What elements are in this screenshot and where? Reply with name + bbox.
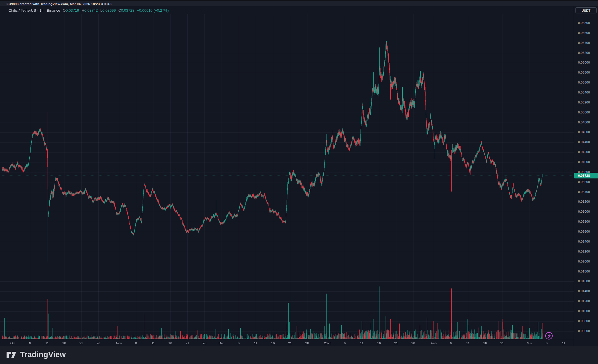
symbol-title: Chiliz / TetherUS · 1h · Binance bbox=[9, 8, 60, 13]
time-axis-label: 16 bbox=[56, 341, 72, 345]
time-axis-label: 6 bbox=[337, 341, 353, 345]
lightning-icon bbox=[547, 334, 551, 338]
time-axis-label: 16 bbox=[162, 341, 178, 345]
time-axis-label: 11 bbox=[354, 341, 370, 345]
time-axis-label: 26 bbox=[405, 341, 421, 345]
time-axis-label: 16 bbox=[265, 341, 281, 345]
footer-bar: TradingView bbox=[0, 346, 598, 364]
ohlc-pair: O0.03719 bbox=[63, 8, 79, 13]
time-axis-label: 21 bbox=[282, 341, 298, 345]
time-axis-label: 6 bbox=[231, 341, 247, 345]
price-axis-label: 0.06200 bbox=[578, 51, 596, 54]
price-axis-label: 0.03200 bbox=[578, 200, 596, 203]
chart-panel: Chiliz / TetherUS · 1h · Binance O0.0371… bbox=[0, 6, 598, 346]
time-axis-label: 21 bbox=[388, 341, 404, 345]
price-axis-label: 0.01800 bbox=[578, 270, 596, 273]
tradingview-mark-icon bbox=[6, 351, 17, 359]
price-axis-label: 0.03000 bbox=[578, 210, 596, 213]
tradingview-snapshot: FU9898 created with TradingView.com, Mar… bbox=[0, 0, 598, 364]
price-axis-label: 0.05800 bbox=[578, 71, 596, 74]
time-axis-label: 6 bbox=[22, 341, 38, 345]
ohlc-pair: L0.03699 bbox=[100, 8, 116, 13]
last-price-tag: 0.03728 bbox=[574, 173, 598, 178]
price-axis-label: 0.03400 bbox=[578, 190, 596, 194]
price-axis-label: 0.01600 bbox=[578, 279, 596, 283]
time-axis-label: 11 bbox=[248, 341, 264, 345]
chart-legend[interactable]: Chiliz / TetherUS · 1h · Binance O0.0371… bbox=[9, 8, 169, 13]
time-axis-label: 16 bbox=[371, 341, 387, 345]
time-axis-label: 6 bbox=[128, 341, 144, 345]
price-axis-label: 0.06000 bbox=[578, 61, 596, 64]
price-axis-label: 0.05400 bbox=[578, 91, 596, 94]
price-axis-label: 0.02200 bbox=[578, 250, 596, 253]
chart-canvas[interactable] bbox=[0, 6, 574, 346]
price-axis-label: 0.04400 bbox=[578, 140, 596, 144]
time-axis-label: Dec bbox=[214, 341, 230, 345]
price-axis-label: 0.06800 bbox=[578, 21, 596, 25]
lightning-badge[interactable] bbox=[545, 332, 553, 339]
price-axis-label: 0.02600 bbox=[578, 230, 596, 233]
ohlc-pair: H0.03742 bbox=[82, 8, 98, 13]
time-axis-label: 11 bbox=[556, 341, 572, 345]
price-axis-label: 0.05200 bbox=[578, 101, 596, 104]
price-axis[interactable]: USDT 0.068000.066000.064000.062000.06000… bbox=[574, 6, 598, 346]
price-axis-label: 0.02000 bbox=[578, 260, 596, 263]
price-axis-label: 0.01000 bbox=[578, 309, 596, 313]
price-axis-label: 0.05600 bbox=[578, 81, 596, 84]
price-axis-label: 0.02400 bbox=[578, 240, 596, 243]
price-axis-label: 0.04000 bbox=[578, 160, 596, 164]
time-axis-label: Oct bbox=[5, 341, 21, 345]
time-axis-label: 11 bbox=[460, 341, 476, 345]
price-axis-label: 0.04800 bbox=[578, 121, 596, 124]
price-axis-label: 0.00800 bbox=[578, 319, 596, 323]
attribution-bar: FU9898 created with TradingView.com, Mar… bbox=[0, 0, 598, 6]
tradingview-logo[interactable]: TradingView bbox=[6, 350, 66, 359]
time-axis-label: 26 bbox=[299, 341, 315, 345]
ohlc-pair: C0.03728 bbox=[118, 8, 134, 13]
time-axis-label: 26 bbox=[196, 341, 212, 345]
time-axis-label: 2026 bbox=[320, 341, 336, 345]
price-axis-label: 0.02800 bbox=[578, 220, 596, 223]
price-axis-label: 0.01200 bbox=[578, 299, 596, 303]
price-axis-label: 0.06400 bbox=[578, 41, 596, 44]
time-axis-label: Feb bbox=[426, 341, 442, 345]
change-value: +0.00010 (+0.27%) bbox=[137, 8, 169, 13]
brand-text: TradingView bbox=[20, 350, 66, 359]
time-axis-label: 11 bbox=[39, 341, 55, 345]
time-axis-label: Nov bbox=[111, 341, 127, 345]
time-axis-label: 16 bbox=[477, 341, 493, 345]
time-axis-label: 6 bbox=[443, 341, 459, 345]
time-axis-label: 21 bbox=[73, 341, 89, 345]
time-axis-label: 6 bbox=[539, 341, 555, 345]
currency-button[interactable]: USDT bbox=[575, 7, 597, 13]
time-axis-label: Mar bbox=[522, 341, 538, 345]
time-axis-label: 21 bbox=[179, 341, 195, 345]
price-axis-label: 0.06600 bbox=[578, 31, 596, 34]
attribution-text: FU9898 created with TradingView.com, Mar… bbox=[7, 2, 112, 6]
price-axis-label: 0.03600 bbox=[578, 180, 596, 184]
price-axis-label: 0.04200 bbox=[578, 150, 596, 154]
price-axis-label: 0.00600 bbox=[578, 329, 596, 333]
price-axis-label: 0.05000 bbox=[578, 111, 596, 114]
time-axis-label: 21 bbox=[494, 341, 510, 345]
ohlc-values: O0.03719H0.03742L0.03699C0.03728 bbox=[63, 8, 134, 13]
price-axis-label: 0.04600 bbox=[578, 130, 596, 134]
time-axis-label: 26 bbox=[90, 341, 106, 345]
price-axis-label: 0.01400 bbox=[578, 289, 596, 293]
time-axis-label: 11 bbox=[145, 341, 161, 345]
